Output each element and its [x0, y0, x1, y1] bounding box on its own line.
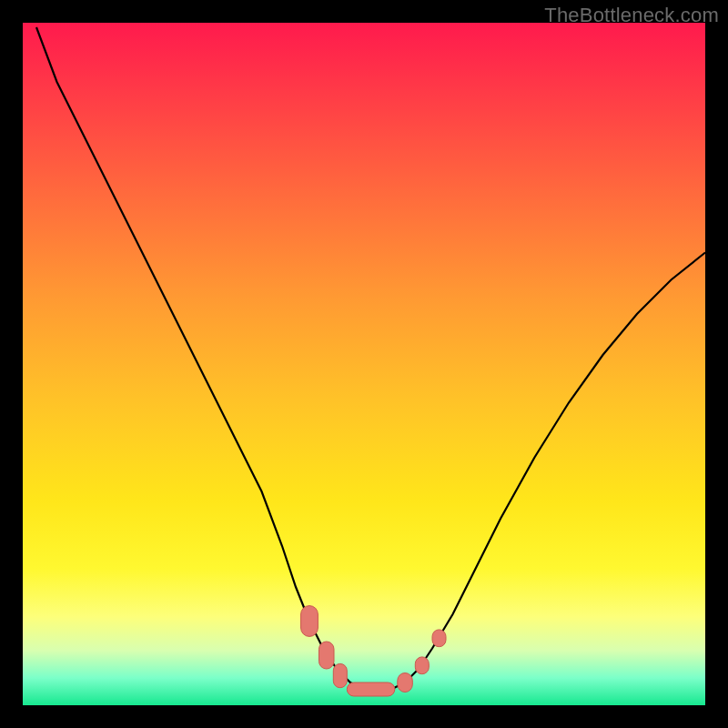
curve-marker [432, 630, 446, 647]
curve-markers [301, 606, 446, 696]
bottleneck-curve [36, 27, 705, 690]
watermark-text: TheBottleneck.com [544, 4, 719, 27]
chart-svg [23, 23, 705, 705]
curve-marker [347, 682, 395, 696]
curve-marker [301, 606, 318, 637]
curve-marker [319, 642, 335, 669]
curve-marker [333, 663, 347, 687]
curve-marker [415, 657, 429, 674]
curve-marker [398, 673, 413, 693]
chart-frame [23, 23, 705, 705]
